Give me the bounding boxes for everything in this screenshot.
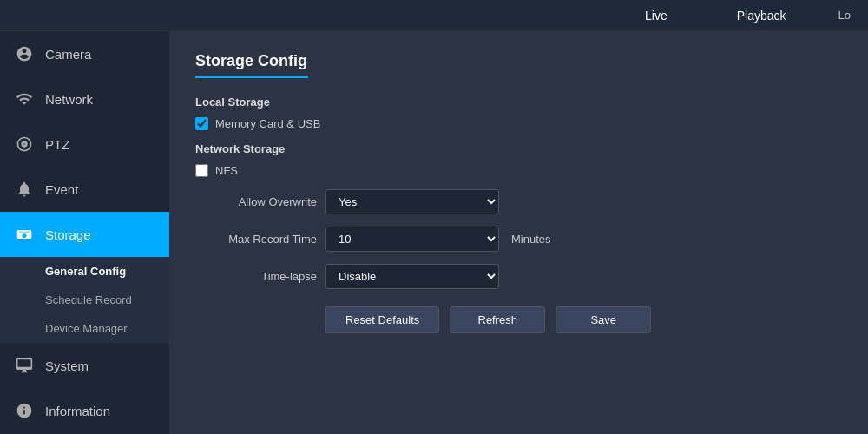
time-lapse-select[interactable]: Disable Enable xyxy=(326,264,499,289)
sidebar-item-ptz[interactable]: PTZ xyxy=(0,122,169,167)
minutes-unit: Minutes xyxy=(511,233,551,246)
sidebar-sub-device-manager[interactable]: Device Manager xyxy=(0,314,169,343)
allow-overwrite-label: Allow Overwrite xyxy=(195,195,317,208)
sidebar-item-storage[interactable]: Storage xyxy=(0,212,169,257)
network-icon xyxy=(14,89,35,109)
top-nav: Live Playback Lo xyxy=(0,0,868,31)
action-row: Reset Defaults Refresh Save xyxy=(195,306,842,333)
memory-card-label: Memory Card & USB xyxy=(215,117,320,130)
sidebar-camera-label: Camera xyxy=(45,47,91,62)
sidebar-item-camera[interactable]: Camera xyxy=(0,31,169,76)
content-area: Storage Config Local Storage Memory Card… xyxy=(169,31,868,434)
page-title: Storage Config xyxy=(195,52,842,70)
sidebar: Camera Network PTZ Event Storage xyxy=(0,31,169,434)
refresh-button[interactable]: Refresh xyxy=(450,306,545,333)
ptz-icon xyxy=(14,134,35,155)
max-record-time-select[interactable]: 1 2 5 10 15 20 30 60 xyxy=(326,227,499,252)
memory-card-checkbox[interactable] xyxy=(195,117,208,130)
system-icon xyxy=(14,355,35,376)
nav-live[interactable]: Live xyxy=(610,0,702,30)
info-icon xyxy=(14,400,35,421)
nfs-row: NFS xyxy=(195,164,842,177)
title-underline xyxy=(195,76,308,78)
sidebar-ptz-label: PTZ xyxy=(45,137,69,152)
allow-overwrite-select[interactable]: Yes No xyxy=(326,189,499,214)
sidebar-item-system[interactable]: System xyxy=(0,343,169,388)
nav-logout[interactable]: Lo xyxy=(821,9,868,22)
max-record-time-label: Max Record Time xyxy=(195,233,317,246)
local-storage-label: Local Storage xyxy=(195,95,842,108)
reset-defaults-button[interactable]: Reset Defaults xyxy=(326,306,439,333)
allow-overwrite-row: Allow Overwrite Yes No xyxy=(195,189,842,214)
save-button[interactable]: Save xyxy=(556,306,651,333)
event-icon xyxy=(14,179,35,200)
network-storage-label: Network Storage xyxy=(195,142,842,155)
sidebar-item-network[interactable]: Network xyxy=(0,76,169,122)
sidebar-storage-label: Storage xyxy=(45,227,91,242)
camera-icon xyxy=(14,43,35,64)
sidebar-item-event[interactable]: Event xyxy=(0,167,169,212)
main-layout: Camera Network PTZ Event Storage xyxy=(0,31,868,434)
memory-card-row: Memory Card & USB xyxy=(195,117,842,130)
sidebar-network-label: Network xyxy=(45,92,93,107)
time-lapse-label: Time-lapse xyxy=(195,270,317,283)
sidebar-information-label: Information xyxy=(45,404,110,418)
storage-icon xyxy=(14,224,35,245)
time-lapse-row: Time-lapse Disable Enable xyxy=(195,264,842,289)
storage-submenu: General Config Schedule Record Device Ma… xyxy=(0,257,169,343)
sidebar-system-label: System xyxy=(45,358,89,373)
nfs-checkbox[interactable] xyxy=(195,164,208,177)
sidebar-sub-schedule-record[interactable]: Schedule Record xyxy=(0,286,169,314)
sidebar-event-label: Event xyxy=(45,182,78,197)
nav-playback[interactable]: Playback xyxy=(702,0,821,30)
nfs-label: NFS xyxy=(215,164,238,177)
sidebar-sub-general-config[interactable]: General Config xyxy=(0,257,169,286)
sidebar-item-information[interactable]: Information xyxy=(0,388,169,433)
max-record-time-row: Max Record Time 1 2 5 10 15 20 30 60 Min… xyxy=(195,227,842,252)
